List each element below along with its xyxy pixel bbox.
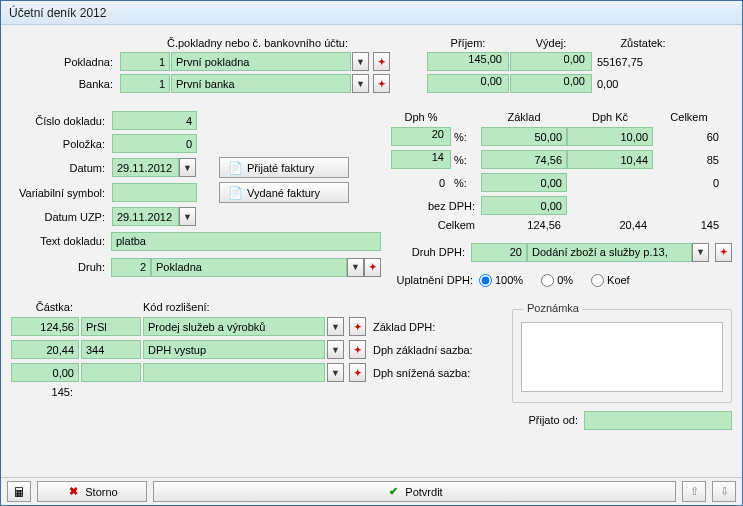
label-datum: Datum: — [11, 162, 111, 174]
label-cislo-dokladu: Číslo dokladu: — [11, 115, 111, 127]
vat20-zaklad-input[interactable] — [481, 127, 567, 146]
druh-dropdown-button[interactable]: ▼ — [347, 258, 364, 277]
hdr-dph-pct: Dph % — [391, 111, 451, 123]
line3-name-input[interactable] — [143, 363, 325, 382]
move-down-button[interactable] — [712, 481, 736, 502]
line1-kod-input[interactable] — [81, 317, 141, 336]
title-bar: Účetní deník 2012 — [1, 1, 742, 25]
datum-uzp-dropdown-button[interactable]: ▼ — [179, 207, 196, 226]
lookup-icon: ✦ — [354, 345, 362, 355]
sum-dph: 20,44 — [567, 219, 653, 231]
header-vydej: Výdej: — [510, 37, 592, 49]
line1-name-input[interactable] — [143, 317, 325, 336]
lookup-icon: ✦ — [369, 262, 377, 272]
radio-0[interactable]: 0% — [541, 274, 573, 287]
label-kod-rozliseni: Kód rozlišení: — [143, 301, 325, 313]
line2-castka-input[interactable] — [11, 340, 79, 359]
storno-button[interactable]: Storno — [37, 481, 147, 502]
sum-total: 145 — [653, 219, 725, 231]
line3-dropdown-button[interactable]: ▼ — [327, 363, 344, 382]
pokladna-name-input[interactable] — [171, 52, 351, 71]
pokladna-lookup-button[interactable]: ✦ — [373, 52, 390, 71]
radio-koef-label: Koef — [607, 274, 630, 286]
chevron-down-icon: ▼ — [331, 368, 340, 378]
label-polozka: Položka: — [11, 138, 111, 150]
druh-dph-lookup-button[interactable]: ✦ — [715, 243, 732, 262]
line3-kod-input[interactable] — [81, 363, 141, 382]
druh-name-input[interactable] — [151, 258, 347, 277]
banka-number-input[interactable] — [120, 74, 170, 93]
banka-prijem: 0,00 — [427, 74, 509, 93]
banka-dropdown-button[interactable]: ▼ — [352, 74, 369, 93]
line2-lookup-button[interactable]: ✦ — [349, 340, 366, 359]
vydane-faktury-button[interactable]: Vydané faktury — [219, 182, 349, 203]
hdr-zaklad: Základ — [481, 111, 567, 123]
vs-input[interactable] — [112, 183, 197, 202]
vat14-zaklad-input[interactable] — [481, 150, 567, 169]
line3-castka-input[interactable] — [11, 363, 79, 382]
pokladna-zustatek: 55167,75 — [593, 56, 693, 68]
line2-name-input[interactable] — [143, 340, 325, 359]
druh-number-input[interactable] — [111, 258, 151, 277]
pokladna-dropdown-button[interactable]: ▼ — [352, 52, 369, 71]
label-castka: Částka: — [11, 301, 79, 313]
line2-desc: Dph základní sazba: — [373, 344, 496, 356]
label-druh: Druh: — [11, 261, 111, 273]
vat20-sum: 60 — [653, 131, 725, 143]
chevron-down-icon: ▼ — [183, 163, 192, 173]
prijate-faktury-button[interactable]: Přijaté faktury — [219, 157, 349, 178]
header-zustatek: Zůstatek: — [593, 37, 693, 49]
vat20-dph-input[interactable] — [567, 127, 653, 146]
label-bez-dph: bez DPH: — [391, 200, 481, 212]
potvrdit-button[interactable]: Potvrdit — [153, 481, 676, 502]
document-icon — [228, 186, 242, 200]
druh-dph-dropdown-button[interactable]: ▼ — [692, 243, 709, 262]
line1-dropdown-button[interactable]: ▼ — [327, 317, 344, 336]
client-area: Č.pokladny nebo č. bankovního účtu: Příj… — [1, 25, 742, 477]
cislo-dokladu-input[interactable] — [112, 111, 197, 130]
vat14-dph-input[interactable] — [567, 150, 653, 169]
lookup-icon: ✦ — [354, 322, 362, 332]
datum-input[interactable] — [112, 158, 179, 177]
close-icon — [66, 485, 80, 499]
druh-lookup-button[interactable]: ✦ — [364, 258, 381, 277]
vat20-sfx: %: — [451, 131, 481, 143]
potvrdit-label: Potvrdit — [405, 486, 442, 498]
pokladna-number-input[interactable] — [120, 52, 170, 71]
label-celkem-row: Celkem — [391, 219, 481, 231]
line2-kod-input[interactable] — [81, 340, 141, 359]
druh-dph-name-input[interactable] — [527, 243, 692, 262]
polozka-input[interactable] — [112, 134, 197, 153]
chevron-down-icon: ▼ — [356, 57, 365, 67]
radio-100[interactable]: 100% — [479, 274, 523, 287]
druh-dph-number-input[interactable] — [471, 243, 527, 262]
document-icon — [228, 161, 242, 175]
banka-name-input[interactable] — [171, 74, 351, 93]
text-dokladu-input[interactable] — [111, 232, 381, 251]
move-up-button[interactable] — [682, 481, 706, 502]
line2-dropdown-button[interactable]: ▼ — [327, 340, 344, 359]
prijato-od-input[interactable] — [584, 411, 732, 430]
line1-castka-input[interactable] — [11, 317, 79, 336]
datum-uzp-input[interactable] — [112, 207, 179, 226]
pokladna-prijem: 145,00 — [427, 52, 509, 71]
label-pokladna: Pokladna: — [11, 56, 119, 68]
radio-koef[interactable]: Koef — [591, 274, 630, 287]
line1-lookup-button[interactable]: ✦ — [349, 317, 366, 336]
poznamka-textarea[interactable] — [521, 322, 723, 392]
arrow-down-icon — [717, 485, 731, 499]
vat14-sfx: %: — [451, 154, 481, 166]
banka-lookup-button[interactable]: ✦ — [373, 74, 390, 93]
vat0-sfx: %: — [451, 177, 481, 189]
line3-lookup-button[interactable]: ✦ — [349, 363, 366, 382]
calculator-button[interactable] — [7, 481, 31, 502]
storno-label: Storno — [85, 486, 117, 498]
lookup-icon: ✦ — [378, 79, 386, 89]
datum-dropdown-button[interactable]: ▼ — [179, 158, 196, 177]
lookup-icon: ✦ — [720, 247, 728, 257]
poznamka-group: Poznámka — [512, 309, 732, 403]
lookup-icon: ✦ — [378, 57, 386, 67]
vat0-zaklad-input[interactable] — [481, 173, 567, 192]
radio-100-label: 100% — [495, 274, 523, 286]
bezdph-input[interactable] — [481, 196, 567, 215]
